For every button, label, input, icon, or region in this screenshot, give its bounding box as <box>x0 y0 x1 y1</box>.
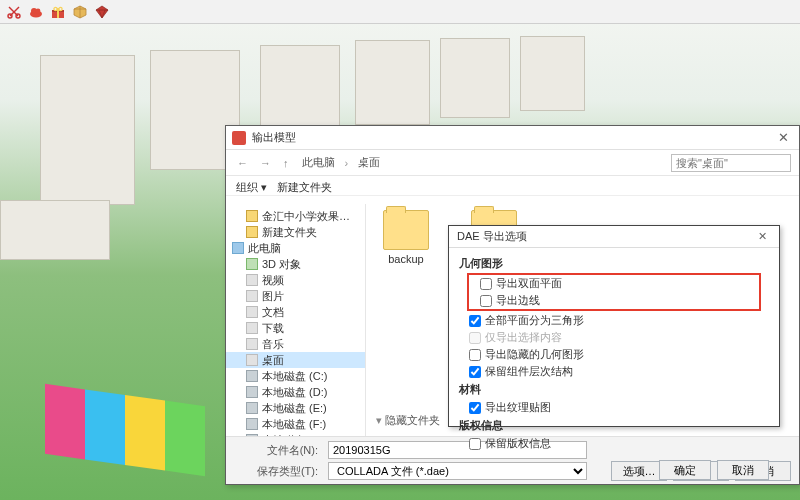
folder-icon <box>246 418 258 430</box>
building <box>40 55 135 205</box>
app-icon <box>232 131 246 145</box>
filetype-label: 保存类型(T): <box>234 464 324 479</box>
ok-button[interactable]: 确定 <box>659 460 711 480</box>
tool-scissors-icon[interactable] <box>6 4 22 20</box>
tool-cloud-icon[interactable] <box>28 4 44 20</box>
svg-point-11 <box>59 7 62 10</box>
dae-options-dialog: DAE 导出选项 ✕ 几何图形 导出双面平面 导出边线 全部平面分为三角形 仅导… <box>448 225 780 427</box>
options-title: DAE 导出选项 <box>457 229 527 244</box>
sidebar-item-label: 音乐 <box>262 337 284 352</box>
chevron-right-icon: › <box>345 157 349 169</box>
sidebar-item-label: 下载 <box>262 321 284 336</box>
building <box>0 200 110 260</box>
sidebar-item-label: 此电脑 <box>248 241 281 256</box>
chk-triangulate[interactable]: 全部平面分为三角形 <box>459 312 769 329</box>
chk-two-sided[interactable]: 导出双面平面 <box>470 275 758 292</box>
svg-marker-15 <box>96 6 108 18</box>
sidebar-item[interactable]: 此电脑 <box>226 240 365 256</box>
folder-icon <box>246 322 258 334</box>
sidebar-item-label: 本地磁盘 (F:) <box>262 417 326 432</box>
sidebar-item[interactable]: 文档 <box>226 304 365 320</box>
folder-icon <box>383 210 429 250</box>
cancel-button[interactable]: 取消 <box>717 460 769 480</box>
crumb-folder[interactable]: 桌面 <box>354 155 384 170</box>
main-toolbar <box>0 0 800 24</box>
tool-diamond-icon[interactable] <box>94 4 110 20</box>
building <box>440 38 510 118</box>
group-material: 材料 <box>459 382 769 397</box>
folder-icon <box>246 290 258 302</box>
svg-point-10 <box>54 7 57 10</box>
sidebar-item[interactable]: 桌面 <box>226 352 365 368</box>
dialog-title: 输出模型 <box>252 130 296 145</box>
colorful-building <box>45 384 205 476</box>
chk-export-tex[interactable]: 导出纹理贴图 <box>459 399 769 416</box>
search-input[interactable] <box>671 154 791 172</box>
sidebar-item-label: 桌面 <box>262 353 284 368</box>
chk-preserve-credits[interactable]: 保留版权信息 <box>459 435 769 452</box>
nav-fwd-icon[interactable]: → <box>257 157 274 169</box>
organize-menu[interactable]: 组织 ▾ <box>236 180 267 195</box>
folder-icon <box>246 210 258 222</box>
sidebar-item-label: 文档 <box>262 305 284 320</box>
sidebar-item[interactable]: 本地磁盘 (F:) <box>226 416 365 432</box>
file-item[interactable]: backup <box>376 210 436 268</box>
close-icon[interactable]: ✕ <box>754 230 771 243</box>
highlight-box: 导出双面平面 导出边线 <box>467 273 761 311</box>
tool-gift-icon[interactable] <box>50 4 66 20</box>
folder-icon <box>246 370 258 382</box>
folder-icon <box>246 226 258 238</box>
sidebar-item-label: 本地磁盘 (C:) <box>262 369 327 384</box>
sidebar-item[interactable]: 3D 对象 <box>226 256 365 272</box>
folder-icon <box>246 386 258 398</box>
tool-cube-icon[interactable] <box>72 4 88 20</box>
hide-folders-toggle[interactable]: 隐藏文件夹 <box>376 413 440 428</box>
sidebar-item-label: 图片 <box>262 289 284 304</box>
folder-icon <box>232 242 244 254</box>
folder-icon <box>246 354 258 366</box>
options-titlebar[interactable]: DAE 导出选项 ✕ <box>449 226 779 248</box>
close-icon[interactable]: ✕ <box>774 130 793 145</box>
sidebar-item-label: 3D 对象 <box>262 257 301 272</box>
sidebar-item[interactable]: 本地磁盘 (E:) <box>226 400 365 416</box>
nav-up-icon[interactable]: ↑ <box>280 157 292 169</box>
sidebar-item-label: 本地磁盘 (E:) <box>262 401 327 416</box>
folder-icon <box>246 258 258 270</box>
group-geometry: 几何图形 <box>459 256 769 271</box>
chk-preserve-hier[interactable]: 保留组件层次结构 <box>459 363 769 380</box>
folder-icon <box>246 338 258 350</box>
folder-tree[interactable]: 金汇中小学效果…新建文件夹此电脑3D 对象视频图片文档下载音乐桌面本地磁盘 (C… <box>226 204 366 466</box>
sidebar-item[interactable]: 音乐 <box>226 336 365 352</box>
chk-hidden-geom[interactable]: 导出隐藏的几何图形 <box>459 346 769 363</box>
chk-edges[interactable]: 导出边线 <box>470 292 758 309</box>
building <box>520 36 585 111</box>
file-name: backup <box>376 253 436 265</box>
sidebar-item-label: 本地磁盘 (D:) <box>262 385 327 400</box>
folder-icon <box>246 306 258 318</box>
folder-icon <box>246 402 258 414</box>
sidebar-item[interactable]: 本地磁盘 (C:) <box>226 368 365 384</box>
sidebar-item[interactable]: 图片 <box>226 288 365 304</box>
group-credits: 版权信息 <box>459 418 769 433</box>
sidebar-item[interactable]: 下载 <box>226 320 365 336</box>
sidebar-item[interactable]: 视频 <box>226 272 365 288</box>
sidebar-item-label: 金汇中小学效果… <box>262 209 350 224</box>
dialog-nav: ← → ↑ 此电脑 › 桌面 <box>226 150 799 176</box>
sidebar-item[interactable]: 新建文件夹 <box>226 224 365 240</box>
building <box>355 40 430 125</box>
sidebar-item-label: 新建文件夹 <box>262 225 317 240</box>
dialog-titlebar[interactable]: 输出模型 ✕ <box>226 126 799 150</box>
sidebar-item-label: 视频 <box>262 273 284 288</box>
folder-icon <box>246 274 258 286</box>
crumb-pc[interactable]: 此电脑 <box>298 155 339 170</box>
svg-point-6 <box>36 8 41 13</box>
newfolder-button[interactable]: 新建文件夹 <box>277 180 332 195</box>
nav-back-icon[interactable]: ← <box>234 157 251 169</box>
sidebar-item[interactable]: 本地磁盘 (D:) <box>226 384 365 400</box>
filename-label: 文件名(N): <box>234 443 324 458</box>
sidebar-item[interactable]: 金汇中小学效果… <box>226 208 365 224</box>
chk-export-selection: 仅导出选择内容 <box>459 329 769 346</box>
